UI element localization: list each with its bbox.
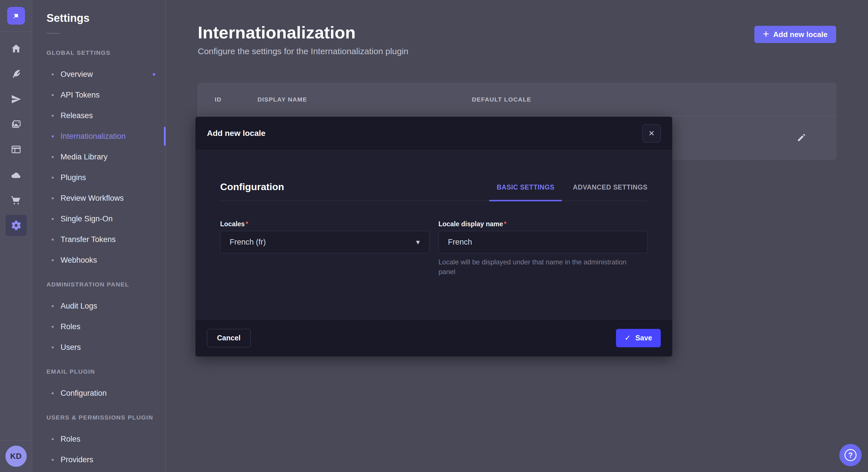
section-users-permissions-plugin: USERS & PERMISSIONS PLUGIN Roles Provide…: [32, 414, 166, 470]
sidebar-item-providers[interactable]: Providers: [32, 449, 166, 470]
sidebar-item-up-roles[interactable]: Roles: [32, 429, 166, 449]
sidebar-item-api-tokens[interactable]: API Tokens: [32, 85, 166, 105]
add-new-locale-button[interactable]: + Add new locale: [754, 26, 836, 43]
sidebar-item-label: Roles: [61, 322, 81, 331]
sidebar-item-label: Webhooks: [61, 256, 97, 265]
rail-user-section: KD: [0, 440, 32, 472]
sidebar-item-releases[interactable]: Releases: [32, 105, 166, 126]
sidebar-item-internationalization[interactable]: Internationalization: [32, 126, 166, 146]
settings-gear-active[interactable]: [5, 215, 27, 236]
modal-footer: Cancel ✓ Save: [195, 319, 672, 357]
sidebar-item-label: Internationalization: [61, 132, 126, 141]
add-locale-modal: Add new locale ✕ Configuration BASIC SET…: [195, 117, 672, 357]
releases-paper-plane-icon[interactable]: [10, 93, 22, 105]
sidebar-item-plugins[interactable]: Plugins: [32, 167, 166, 188]
sidebar-item-label: Plugins: [61, 173, 86, 182]
locales-label: Locales: [220, 220, 245, 228]
help-button[interactable]: ?: [839, 444, 862, 466]
sidebar-title: Settings: [46, 12, 166, 24]
section-email-plugin: EMAIL PLUGIN Configuration: [32, 368, 166, 403]
sidebar-item-email-configuration[interactable]: Configuration: [32, 383, 166, 403]
bullet-icon: [52, 197, 54, 199]
save-button[interactable]: ✓ Save: [616, 329, 661, 347]
bullet-icon: [52, 326, 54, 328]
edit-locale-button[interactable]: [795, 131, 808, 144]
column-header-default-locale: DEFAULT LOCALE: [472, 96, 836, 103]
tab-basic-settings[interactable]: BASIC SETTINGS: [497, 183, 554, 193]
gear-icon: [10, 220, 22, 231]
rail-nav: [5, 32, 27, 440]
sidebar-item-admin-roles[interactable]: Roles: [32, 316, 166, 337]
avatar[interactable]: KD: [5, 446, 27, 467]
close-modal-button[interactable]: ✕: [642, 124, 661, 142]
sidebar-item-label: API Tokens: [61, 91, 100, 100]
sidebar-item-review-workflows[interactable]: Review Workflows: [32, 188, 166, 208]
strapi-logo-icon: [10, 10, 22, 22]
media-library-images-icon[interactable]: [10, 119, 22, 131]
modal-title: Add new locale: [207, 129, 266, 138]
sidebar-item-label: Providers: [61, 456, 93, 464]
bullet-icon: [52, 218, 54, 220]
title-rule: [46, 33, 60, 34]
check-icon: ✓: [625, 334, 631, 342]
sidebar-item-label: Roles: [61, 435, 81, 444]
bullet-icon: [52, 239, 54, 241]
plus-icon: +: [763, 28, 769, 39]
sidebar-item-media-library[interactable]: Media Library: [32, 146, 166, 167]
chevron-down-icon: ▾: [416, 238, 420, 247]
page-subtitle: Configure the settings for the Internati…: [198, 46, 408, 57]
sidebar-item-label: Configuration: [61, 389, 107, 398]
bullet-icon: [52, 115, 54, 117]
bullet-icon: [52, 438, 54, 440]
bullet-icon: [52, 392, 54, 394]
bullet-icon: [52, 459, 54, 461]
bullet-icon: [52, 135, 54, 137]
content-manager-layout-icon[interactable]: [10, 144, 22, 156]
icon-rail: KD: [0, 0, 32, 472]
locales-select-value: French (fr): [229, 238, 266, 247]
display-name-input[interactable]: [439, 231, 648, 253]
sidebar-item-transfer-tokens[interactable]: Transfer Tokens: [32, 229, 166, 250]
sidebar-item-audit-logs[interactable]: Audit Logs: [32, 296, 166, 316]
close-icon: ✕: [648, 130, 655, 137]
sidebar-item-single-sign-on[interactable]: Single Sign-On: [32, 208, 166, 229]
modal-header: Add new locale ✕: [195, 117, 672, 150]
sidebar-item-overview[interactable]: Overview: [32, 64, 166, 85]
locales-select[interactable]: French (fr) ▾: [220, 231, 429, 253]
pencil-icon: [797, 133, 806, 142]
save-label: Save: [636, 334, 652, 342]
cancel-button[interactable]: Cancel: [207, 329, 251, 347]
column-header-id: ID: [198, 96, 257, 103]
section-label: USERS & PERMISSIONS PLUGIN: [46, 414, 166, 421]
settings-sidebar: Settings GLOBAL SETTINGS Overview API To…: [32, 0, 166, 472]
sidebar-item-label: Review Workflows: [61, 194, 124, 203]
modal-body: Configuration BASIC SETTINGS ADVANCED SE…: [195, 150, 672, 319]
sidebar-item-users[interactable]: Users: [32, 337, 166, 358]
table-header-row: ID DISPLAY NAME DEFAULT LOCALE: [198, 83, 836, 116]
section-administration-panel: ADMINISTRATION PANEL Audit Logs Roles Us…: [32, 281, 166, 358]
section-label: ADMINISTRATION PANEL: [46, 281, 166, 288]
content-type-builder-feather-icon[interactable]: [10, 68, 22, 80]
bullet-icon: [52, 73, 54, 75]
sidebar-item-label: Single Sign-On: [61, 214, 113, 224]
bullet-icon: [52, 156, 54, 158]
sidebar-item-label: Users: [61, 343, 81, 352]
section-label: EMAIL PLUGIN: [46, 368, 166, 375]
section-label: GLOBAL SETTINGS: [46, 49, 166, 57]
strapi-logo[interactable]: [7, 7, 25, 25]
modal-fields: Locales* French (fr) ▾ Locale display na…: [220, 220, 648, 277]
bullet-icon: [52, 177, 54, 179]
column-header-display-name: DISPLAY NAME: [257, 96, 472, 103]
home-icon[interactable]: [10, 43, 22, 55]
display-name-hint: Locale will be displayed under that name…: [439, 257, 628, 277]
deploy-cloud-icon[interactable]: [10, 169, 22, 181]
tab-advanced-settings[interactable]: ADVANCED SETTINGS: [573, 183, 648, 193]
bullet-icon: [52, 305, 54, 307]
configuration-heading: Configuration: [220, 181, 284, 193]
question-circle-icon: ?: [844, 449, 857, 461]
sidebar-item-webhooks[interactable]: Webhooks: [32, 250, 166, 270]
page-header: Internationalization Configure the setti…: [198, 24, 836, 57]
purchase-cart-icon[interactable]: [10, 194, 22, 206]
display-name-label: Locale display name: [439, 220, 503, 228]
rail-logo-section: [0, 0, 32, 32]
